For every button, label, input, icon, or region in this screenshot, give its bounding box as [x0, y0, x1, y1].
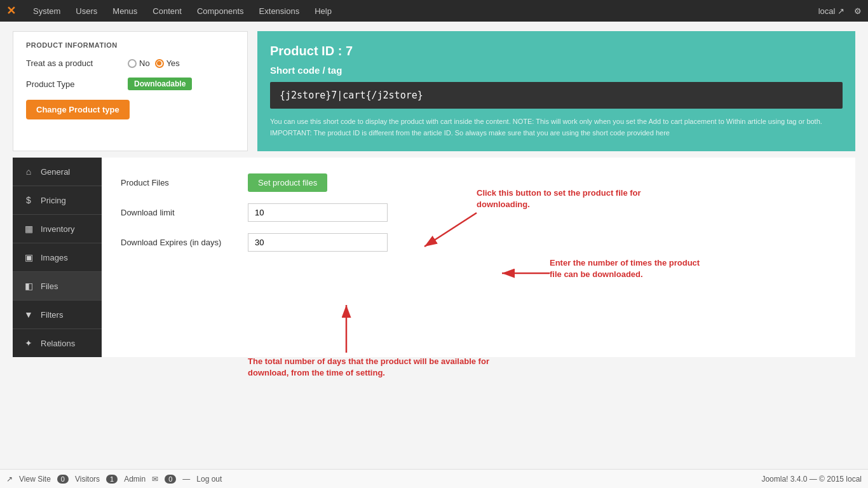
download-expires-input[interactable] — [248, 233, 388, 252]
sidebar-item-relations[interactable]: ✦ Relations — [13, 329, 102, 357]
nav-menus[interactable]: Menus — [105, 0, 145, 22]
joomla-version: Joomla! 3.4.0 — © 2015 local — [761, 475, 862, 484]
sidebar-item-images[interactable]: ▣ Images — [13, 243, 102, 271]
gear-icon[interactable]: ⚙ — [854, 6, 862, 16]
inventory-icon: ▦ — [23, 224, 34, 234]
annotation-total-days: The total number of days that the produc… — [248, 356, 496, 379]
nav-extensions[interactable]: Extensions — [252, 0, 308, 22]
logout-link[interactable]: Log out — [196, 475, 222, 484]
sidebar-item-filters[interactable]: ▼ Filters — [13, 301, 102, 329]
section-title: PRODUCT INFORMATION — [26, 41, 234, 49]
download-expires-row: Download Expires (in days) — [121, 233, 836, 252]
sidebar: ⌂ General $ Pricing ▦ Inventory ▣ Images — [13, 158, 102, 357]
sidebar-item-files[interactable]: ◧ Files — [13, 272, 102, 300]
sidebar-files-label: Files — [41, 281, 58, 291]
downloadable-badge: Downloadable — [128, 78, 192, 90]
radio-no-option[interactable]: No — [128, 58, 150, 68]
home-icon: ⌂ — [23, 166, 34, 177]
navbar-right: local ↗ ⚙ — [818, 6, 862, 16]
product-files-label: Product Files — [121, 178, 248, 187]
joomla-logo[interactable]: ✕ — [6, 4, 16, 18]
product-info-section: PRODUCT INFORMATION Treat as a product N… — [13, 31, 855, 151]
product-type-label: Product Type — [26, 79, 128, 89]
admin-label: Admin — [124, 475, 146, 484]
top-navbar: ✕ System Users Menus Content Components … — [0, 0, 868, 22]
files-icon: ◧ — [23, 281, 34, 291]
filters-icon: ▼ — [23, 309, 34, 320]
local-link[interactable]: local ↗ — [818, 6, 844, 16]
nav-users[interactable]: Users — [68, 0, 105, 22]
radio-yes-option[interactable]: Yes — [155, 58, 180, 68]
change-product-button[interactable]: Change Product type — [26, 100, 130, 119]
nav-system[interactable]: System — [25, 0, 68, 22]
images-icon: ▣ — [23, 252, 34, 262]
visitors-count-badge: 1 — [106, 475, 118, 484]
product-type-row: Product Type Downloadable — [26, 78, 234, 90]
download-limit-input[interactable] — [248, 203, 388, 222]
sidebar-item-general[interactable]: ⌂ General — [13, 158, 102, 186]
zero-badge-1: 0 — [57, 475, 69, 484]
shortcode-card: Product ID : 7 Short code / tag {j2store… — [257, 31, 855, 151]
sidebar-pricing-label: Pricing — [41, 196, 66, 205]
view-site-label[interactable]: View Site — [19, 475, 51, 484]
product-id: Product ID : 7 — [270, 44, 843, 58]
product-info-card: PRODUCT INFORMATION Treat as a product N… — [13, 31, 248, 151]
admin-count-badge: 0 — [165, 475, 176, 484]
change-product-row: Change Product type — [26, 100, 234, 119]
nav-help[interactable]: Help — [307, 0, 339, 22]
sidebar-item-inventory[interactable]: ▦ Inventory — [13, 215, 102, 243]
relations-icon: ✦ — [23, 338, 34, 348]
treat-as-product-row: Treat as a product No Yes — [26, 58, 234, 68]
treat-value: No Yes — [128, 58, 180, 68]
bottom-bar: ↗ View Site 0 Visitors 1 Admin ✉ 0 — Log… — [0, 469, 868, 488]
sidebar-filters-label: Filters — [41, 310, 63, 320]
shortcode-note: You can use this short code to display t… — [270, 116, 843, 139]
sidebar-images-label: Images — [41, 253, 68, 262]
dollar-icon: $ — [23, 195, 34, 205]
set-product-files-button[interactable]: Set product files — [248, 173, 327, 192]
radio-no[interactable] — [128, 59, 137, 68]
radio-no-label: No — [139, 58, 150, 68]
main-content: PRODUCT INFORMATION Treat as a product N… — [0, 22, 868, 367]
annotation-click-button: Click this button to set the product fil… — [477, 187, 642, 210]
download-expires-label: Download Expires (in days) — [121, 238, 248, 247]
page-wrapper: ✕ System Users Menus Content Components … — [0, 0, 868, 488]
annotation-enter-number: Enter the number of times the product fi… — [550, 257, 709, 280]
dash-separator: — — [182, 475, 190, 484]
nav-content[interactable]: Content — [145, 0, 189, 22]
sidebar-general-label: General — [41, 167, 70, 177]
product-type-value: Downloadable — [128, 78, 192, 90]
visitors-label: Visitors — [75, 475, 100, 484]
radio-yes-label: Yes — [166, 58, 180, 68]
sidebar-item-pricing[interactable]: $ Pricing — [13, 186, 102, 214]
nav-components[interactable]: Components — [189, 0, 252, 22]
radio-yes[interactable] — [155, 59, 164, 68]
treat-label: Treat as a product — [26, 58, 128, 68]
download-limit-label: Download limit — [121, 208, 248, 217]
sidebar-relations-label: Relations — [41, 339, 75, 348]
shortcode-box: {j2store}7|cart{/j2store} — [270, 82, 843, 109]
lower-section: ⌂ General $ Pricing ▦ Inventory ▣ Images — [13, 158, 855, 357]
view-site-icon: ↗ — [6, 475, 13, 484]
short-code-label: Short code / tag — [270, 65, 843, 76]
sidebar-inventory-label: Inventory — [41, 224, 74, 234]
mail-icon: ✉ — [152, 475, 158, 484]
